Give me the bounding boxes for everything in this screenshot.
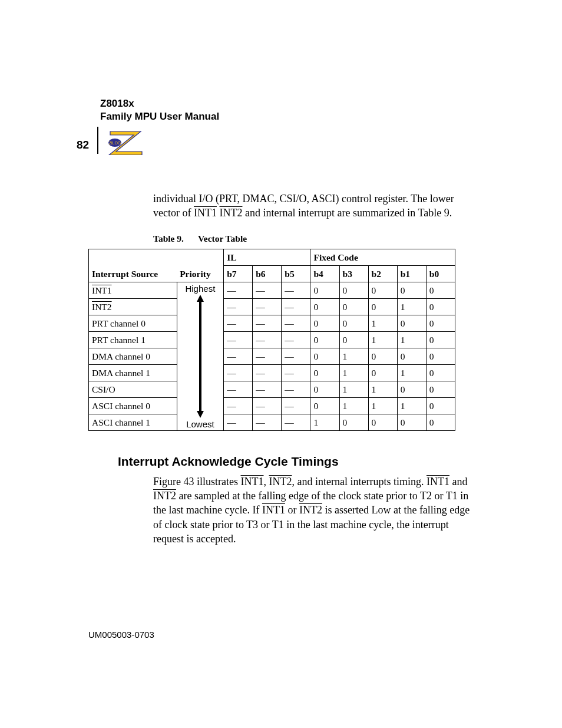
cell-b1: 1: [397, 364, 426, 381]
doc-header: Z8018x Family MPU User Manual: [100, 97, 474, 123]
cell-b6: —: [253, 348, 282, 364]
doc-title-line1: Z8018x: [100, 97, 474, 110]
table-caption: Table 9.Vector Table: [153, 233, 474, 244]
table-row: DMA channel 1———01010: [89, 364, 455, 381]
fixed-code-header: Fixed Code: [310, 249, 455, 265]
cell-b4: 0: [310, 298, 339, 315]
col-b5: b5: [282, 265, 310, 282]
cell-b2: 1: [368, 381, 397, 397]
cell-b7: —: [224, 282, 253, 298]
logo-badge-label: ZiLOG: [109, 141, 121, 145]
zilog-logo-icon: ZiLOG: [107, 128, 144, 155]
cell-b3: 0: [339, 298, 368, 315]
cell-b0: 0: [426, 414, 455, 430]
body-paragraph: Figure 43 illustrates INT1, INT2, and in…: [153, 475, 474, 546]
cell-b4: 0: [310, 397, 339, 414]
cell-b5: —: [282, 414, 310, 430]
cell-b2: 0: [368, 414, 397, 430]
cell-b5: —: [282, 298, 310, 315]
cell-b1: 0: [397, 282, 426, 298]
cell-b6: —: [253, 397, 282, 414]
il-header: IL: [224, 249, 310, 265]
cell-b0: 0: [426, 298, 455, 315]
cell-b5: —: [282, 397, 310, 414]
col-b6: b6: [253, 265, 282, 282]
vector-table: IL Fixed Code Interrupt Source Priority …: [88, 249, 455, 431]
int1-ref-2: INT1: [427, 476, 449, 487]
col-b1: b1: [397, 265, 426, 282]
cell-b4: 1: [310, 414, 339, 430]
cell-b7: —: [224, 414, 253, 430]
cell-b2: 0: [368, 298, 397, 315]
table-row: INT2———00010: [89, 298, 455, 315]
table-title: Vector Table: [198, 233, 247, 243]
int2-label: INT2: [219, 207, 242, 219]
cell-b5: —: [282, 331, 310, 348]
table-row: ASCI channel 0———01110: [89, 397, 455, 414]
cell-source: ASCI channel 1: [89, 414, 177, 430]
cell-b0: 0: [426, 397, 455, 414]
svg-marker-1: [197, 295, 204, 302]
cell-b1: 1: [397, 298, 426, 315]
cell-b3: 0: [339, 331, 368, 348]
cell-b1: 0: [397, 414, 426, 430]
table-row: PRT channel 1———00110: [89, 331, 455, 348]
cell-source: PRT channel 1: [89, 331, 177, 348]
cell-b3: 0: [339, 315, 368, 331]
cell-b5: —: [282, 364, 310, 381]
cell-b6: —: [253, 315, 282, 331]
cell-b1: 1: [397, 397, 426, 414]
cell-source: DMA channel 0: [89, 348, 177, 364]
page-number: 82: [77, 139, 89, 151]
cell-b3: 0: [339, 282, 368, 298]
cell-b3: 1: [339, 381, 368, 397]
cell-b0: 0: [426, 381, 455, 397]
cell-b5: —: [282, 348, 310, 364]
table-row: CSI/O———01100: [89, 381, 455, 397]
col-priority: Priority: [177, 265, 224, 282]
cell-b5: —: [282, 381, 310, 397]
cell-b1: 0: [397, 348, 426, 364]
cell-b0: 0: [426, 282, 455, 298]
cell-source: PRT channel 0: [89, 315, 177, 331]
cell-b7: —: [224, 397, 253, 414]
cell-b7: —: [224, 298, 253, 315]
cell-b4: 0: [310, 364, 339, 381]
cell-b4: 0: [310, 315, 339, 331]
priority-arrow-icon: [196, 295, 205, 418]
cell-b1: 0: [397, 315, 426, 331]
table-row: PRT channel 0———00100: [89, 315, 455, 331]
cell-source: CSI/O: [89, 381, 177, 397]
cell-b0: 0: [426, 364, 455, 381]
priority-low-label: Lowest: [186, 419, 214, 429]
svg-marker-2: [197, 411, 204, 418]
cell-source: INT1: [89, 282, 177, 298]
cell-b6: —: [253, 414, 282, 430]
cell-b6: —: [253, 381, 282, 397]
cell-b2: 1: [368, 315, 397, 331]
cell-b6: —: [253, 331, 282, 348]
col-b7: b7: [224, 265, 253, 282]
table-number: Table 9.: [153, 233, 184, 243]
int1-ref-3: INT1: [262, 504, 285, 516]
cell-b2: 1: [368, 397, 397, 414]
cell-b2: 1: [368, 331, 397, 348]
cell-b3: 1: [339, 397, 368, 414]
col-b4: b4: [310, 265, 339, 282]
col-source: Interrupt Source: [89, 265, 177, 282]
int1-ref: INT1: [240, 476, 263, 487]
cell-priority: HighestLowest: [177, 282, 224, 430]
cell-source: DMA channel 1: [89, 364, 177, 381]
section-title: Interrupt Acknowledge Cycle Timings: [118, 454, 474, 469]
cell-b3: 0: [339, 414, 368, 430]
col-b2: b2: [368, 265, 397, 282]
cell-b5: —: [282, 282, 310, 298]
cell-b7: —: [224, 331, 253, 348]
table-row: DMA channel 0———01000: [89, 348, 455, 364]
doc-footer-id: UM005003-0703: [88, 630, 154, 640]
cell-b1: 1: [397, 331, 426, 348]
cell-b6: —: [253, 364, 282, 381]
int2-ref: INT2: [269, 476, 292, 487]
doc-title-line2: Family MPU User Manual: [100, 110, 474, 123]
cell-b4: 0: [310, 282, 339, 298]
